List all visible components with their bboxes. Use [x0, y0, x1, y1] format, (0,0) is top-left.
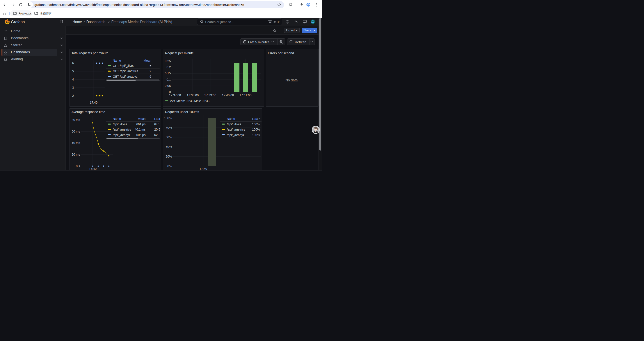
svg-text:60 ms: 60 ms: [72, 130, 80, 133]
svg-text:100%: 100%: [252, 133, 260, 137]
svg-text:Mean: 0.233: Mean: 0.233: [176, 99, 193, 103]
svg-text:/api/_/metrics: /api/_/metrics: [113, 128, 131, 131]
svg-text:0.15: 0.15: [164, 72, 170, 75]
svg-text:80%: 80%: [166, 126, 172, 129]
svg-text:No data: No data: [285, 78, 298, 82]
svg-text:40%: 40%: [166, 145, 172, 149]
svg-text:Mean: Mean: [144, 59, 151, 62]
svg-text:100%: 100%: [252, 128, 260, 131]
svg-text:2: 2: [150, 69, 151, 73]
svg-text:/api/_/livez: /api/_/livez: [227, 122, 241, 126]
svg-text:20.5 ms: 20.5 ms: [154, 128, 160, 131]
svg-text:40 ms: 40 ms: [72, 141, 80, 145]
svg-text:Name: Name: [113, 59, 121, 62]
svg-text:40.1 ms: 40.1 ms: [134, 128, 146, 131]
svg-text:0 s: 0 s: [76, 164, 80, 168]
svg-text:GET /api/_/readyz: GET /api/_/readyz: [113, 75, 138, 78]
svg-text:6: 6: [150, 75, 151, 78]
svg-text:80 ms: 80 ms: [72, 118, 80, 122]
svg-text:/api/_/readyz: /api/_/readyz: [227, 133, 244, 137]
svg-text:Last *: Last *: [154, 117, 160, 121]
svg-text:17:40:00: 17:40:00: [222, 93, 234, 97]
svg-text:GET /api/_/metrics: GET /api/_/metrics: [113, 69, 138, 73]
svg-text:5: 5: [72, 69, 74, 73]
svg-text:6: 6: [150, 64, 151, 68]
svg-text:Name: Name: [113, 117, 121, 121]
svg-text:/api/_/livez: /api/_/livez: [113, 122, 127, 126]
svg-text:0.25: 0.25: [164, 59, 170, 63]
svg-text:20%: 20%: [166, 155, 172, 158]
svg-text:0.2: 0.2: [166, 65, 171, 69]
svg-text:0%: 0%: [167, 164, 172, 168]
svg-text:646 µs: 646 µs: [154, 122, 160, 126]
svg-text:Average response time: Average response time: [72, 110, 105, 114]
svg-text:2xx: 2xx: [170, 99, 175, 103]
svg-text:Name: Name: [227, 117, 235, 121]
svg-text:Max: 0.233: Max: 0.233: [194, 99, 209, 103]
svg-text:17:39:00: 17:39:00: [204, 93, 216, 97]
svg-text:3: 3: [72, 86, 74, 89]
svg-text:Request per minute: Request per minute: [165, 51, 194, 55]
svg-text:17:38:00: 17:38:00: [186, 93, 198, 97]
svg-text:60%: 60%: [166, 135, 172, 139]
svg-text:17:41:00: 17:41:00: [239, 93, 252, 97]
svg-text:620 µs: 620 µs: [154, 133, 160, 137]
svg-text:20 ms: 20 ms: [72, 153, 80, 156]
svg-text:605 µs: 605 µs: [136, 133, 146, 137]
svg-text:0.1: 0.1: [166, 78, 171, 81]
svg-text:100%: 100%: [252, 122, 260, 126]
svg-text:17:37:00: 17:37:00: [169, 93, 181, 97]
svg-text:6: 6: [72, 61, 74, 65]
svg-text:2: 2: [72, 94, 74, 97]
svg-text:17:40: 17:40: [90, 101, 98, 104]
svg-text:Last *: Last *: [252, 117, 260, 121]
svg-text:4: 4: [72, 78, 74, 81]
svg-text:Total requests per minute: Total requests per minute: [72, 51, 108, 55]
svg-text:/api/_/metrics: /api/_/metrics: [227, 128, 245, 131]
svg-text:Requests under 100ms: Requests under 100ms: [165, 110, 199, 114]
svg-text:GET /api/_/livez: GET /api/_/livez: [113, 64, 134, 68]
svg-text:Errors per second: Errors per second: [268, 51, 294, 55]
svg-text:0.05: 0.05: [164, 84, 170, 87]
svg-text:/api/_/readyz: /api/_/readyz: [113, 133, 130, 137]
svg-text:661 µs: 661 µs: [136, 122, 146, 126]
svg-text:100%: 100%: [164, 116, 172, 120]
svg-text:Mean: Mean: [138, 117, 146, 121]
